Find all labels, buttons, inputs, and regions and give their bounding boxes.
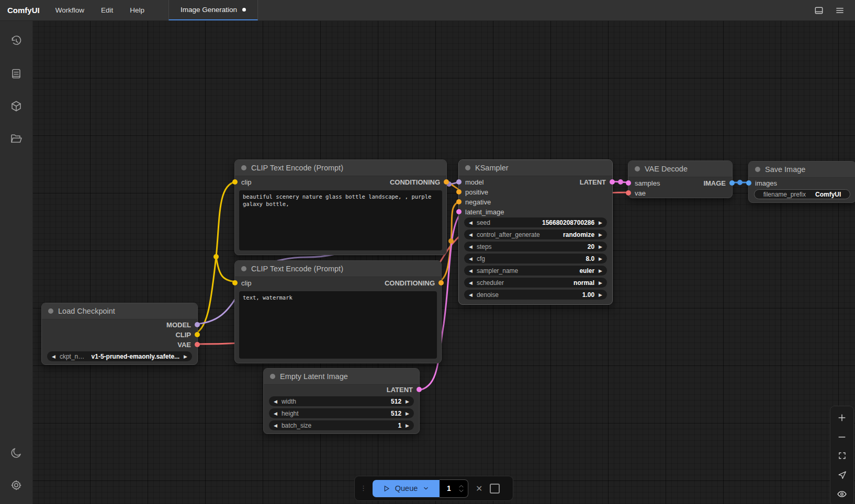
input-slot-clip[interactable]: clip bbox=[232, 177, 252, 187]
input-slot-positive[interactable]: positive bbox=[456, 187, 488, 197]
decrement-icon[interactable]: ◀ bbox=[274, 411, 277, 416]
conditioning-port-icon[interactable] bbox=[444, 179, 449, 185]
theme-toggle-moon-icon[interactable] bbox=[5, 441, 28, 464]
latent-port-icon[interactable] bbox=[626, 180, 631, 186]
node-save-image[interactable]: Save Image images filename_prefix ComfyU… bbox=[748, 161, 855, 203]
widget-control-after-generate[interactable]: ◀ control_after_generate randomize ▶ bbox=[464, 230, 607, 239]
menu-help[interactable]: Help bbox=[121, 0, 153, 20]
increment-icon[interactable]: ▶ bbox=[184, 354, 187, 359]
node-vae-decode[interactable]: VAE Decode samples vae IMAGE bbox=[628, 161, 733, 198]
workflows-folder-icon[interactable] bbox=[5, 127, 28, 150]
node-clip-text-encode-negative[interactable]: CLIP Text Encode (Prompt) clip CONDITION… bbox=[234, 260, 442, 363]
clip-port-icon[interactable] bbox=[195, 332, 200, 337]
decrement-icon[interactable]: ◀ bbox=[469, 268, 473, 273]
input-slot-model[interactable]: model bbox=[456, 177, 483, 187]
bottom-panel-icon[interactable] bbox=[812, 4, 826, 17]
latent-port-icon[interactable] bbox=[610, 179, 615, 185]
clip-port-icon[interactable] bbox=[232, 179, 238, 185]
fit-view-icon[interactable] bbox=[835, 449, 849, 463]
model-port-icon[interactable] bbox=[456, 179, 462, 185]
output-slot-conditioning[interactable]: CONDITIONING bbox=[385, 278, 444, 288]
decrement-icon[interactable]: ◀ bbox=[469, 292, 473, 297]
conditioning-port-icon[interactable] bbox=[456, 189, 462, 194]
node-header[interactable]: KSampler bbox=[459, 160, 612, 176]
input-slot-samples[interactable]: samples bbox=[626, 178, 660, 188]
node-header[interactable]: Save Image bbox=[749, 162, 855, 178]
node-ksampler[interactable]: KSampler model positive negative latent_… bbox=[458, 159, 613, 305]
increment-icon[interactable]: ▶ bbox=[599, 292, 602, 297]
widget-sampler-name[interactable]: ◀ sampler_name euler ▶ bbox=[464, 266, 607, 276]
widget-scheduler[interactable]: ◀ scheduler normal ▶ bbox=[464, 278, 607, 288]
node-library-icon[interactable] bbox=[5, 62, 28, 85]
widget-cfg[interactable]: ◀ cfg 8.0 ▶ bbox=[464, 254, 607, 264]
decrement-icon[interactable]: ◀ bbox=[52, 354, 55, 359]
latent-port-icon[interactable] bbox=[456, 209, 462, 214]
drag-handle[interactable]: ⋮ bbox=[360, 487, 367, 489]
vae-port-icon[interactable] bbox=[195, 342, 200, 347]
widget-seed[interactable]: ◀ seed 156680208700286 ▶ bbox=[464, 217, 607, 227]
widget-denoise[interactable]: ◀ denoise 1.00 ▶ bbox=[464, 290, 607, 300]
widget-height[interactable]: ◀ height 512 ▶ bbox=[269, 408, 414, 418]
input-slot-clip[interactable]: clip bbox=[232, 278, 252, 288]
output-slot-latent[interactable]: LATENT bbox=[387, 385, 422, 394]
batch-count-value[interactable]: 1 bbox=[440, 484, 458, 492]
output-slot-conditioning[interactable]: CONDITIONING bbox=[390, 177, 449, 187]
menu-edit[interactable]: Edit bbox=[93, 0, 121, 20]
menu-workflow[interactable]: Workflow bbox=[47, 0, 93, 20]
increment-icon[interactable]: ▶ bbox=[406, 423, 409, 428]
chevron-down-icon[interactable] bbox=[422, 485, 430, 492]
collapse-dot-icon[interactable] bbox=[465, 165, 470, 170]
input-slot-latent-image[interactable]: latent_image bbox=[456, 207, 504, 216]
widget-steps[interactable]: ◀ steps 20 ▶ bbox=[464, 242, 607, 251]
conditioning-port-icon[interactable] bbox=[456, 199, 462, 204]
collapse-dot-icon[interactable] bbox=[270, 374, 275, 379]
batch-count-input[interactable]: 1 bbox=[440, 479, 468, 498]
increment-icon[interactable]: ▶ bbox=[406, 411, 409, 416]
image-port-icon[interactable] bbox=[729, 180, 735, 186]
toggle-link-visibility-eye-icon[interactable] bbox=[835, 487, 849, 501]
collapse-dot-icon[interactable] bbox=[241, 165, 246, 170]
latent-port-icon[interactable] bbox=[417, 387, 422, 392]
increment-icon[interactable]: ▶ bbox=[599, 244, 602, 249]
output-slot-vae[interactable]: VAE bbox=[177, 340, 200, 349]
decrement-icon[interactable]: ◀ bbox=[274, 423, 277, 428]
output-slot-latent[interactable]: LATENT bbox=[580, 177, 615, 187]
increment-icon[interactable]: ▶ bbox=[599, 280, 602, 285]
input-slot-negative[interactable]: negative bbox=[456, 197, 491, 207]
increment-icon[interactable]: ▶ bbox=[599, 268, 602, 273]
node-header[interactable]: VAE Decode bbox=[628, 161, 732, 177]
positive-prompt-textarea[interactable]: beautiful scenery nature glass bottle la… bbox=[239, 190, 442, 250]
model-port-icon[interactable] bbox=[195, 322, 200, 327]
node-graph-canvas[interactable] bbox=[32, 20, 855, 504]
collapse-dot-icon[interactable] bbox=[48, 308, 53, 314]
decrement-icon[interactable]: ◀ bbox=[469, 232, 473, 237]
stepper-up-icon[interactable] bbox=[458, 485, 464, 488]
increment-icon[interactable]: ▶ bbox=[599, 232, 602, 237]
model-library-icon[interactable] bbox=[5, 95, 28, 118]
hamburger-menu-icon[interactable] bbox=[833, 4, 847, 17]
decrement-icon[interactable]: ◀ bbox=[469, 220, 473, 225]
collapse-dot-icon[interactable] bbox=[241, 266, 246, 271]
image-port-icon[interactable] bbox=[746, 180, 751, 186]
node-header[interactable]: Empty Latent Image bbox=[264, 369, 419, 385]
zoom-in-icon[interactable] bbox=[835, 411, 849, 425]
tab-image-generation[interactable]: Image Generation bbox=[168, 0, 258, 20]
increment-icon[interactable]: ▶ bbox=[406, 399, 409, 404]
increment-icon[interactable]: ▶ bbox=[599, 256, 602, 261]
decrement-icon[interactable]: ◀ bbox=[469, 256, 473, 261]
widget-filename-prefix[interactable]: filename_prefix ComfyUI bbox=[754, 189, 850, 199]
node-header[interactable]: CLIP Text Encode (Prompt) bbox=[235, 261, 441, 277]
node-empty-latent-image[interactable]: Empty Latent Image LATENT ◀ width 512 ▶ … bbox=[263, 368, 420, 434]
pan-navigate-icon[interactable] bbox=[835, 468, 849, 482]
vae-port-icon[interactable] bbox=[626, 190, 631, 196]
input-slot-images[interactable]: images bbox=[746, 178, 777, 188]
widget-ckpt-name[interactable]: ◀ ckpt_name v1-5-pruned-emaonly.safete..… bbox=[47, 351, 192, 361]
increment-icon[interactable]: ▶ bbox=[599, 220, 602, 225]
zoom-out-icon[interactable] bbox=[835, 430, 849, 444]
node-header[interactable]: Load Checkpoint bbox=[42, 303, 197, 319]
collapse-dot-icon[interactable] bbox=[635, 166, 640, 171]
negative-prompt-textarea[interactable]: text, watermark bbox=[239, 291, 437, 359]
settings-gear-icon[interactable] bbox=[5, 474, 28, 497]
widget-batch-size[interactable]: ◀ batch_size 1 ▶ bbox=[269, 420, 414, 430]
workflows-history-icon[interactable] bbox=[5, 30, 28, 53]
